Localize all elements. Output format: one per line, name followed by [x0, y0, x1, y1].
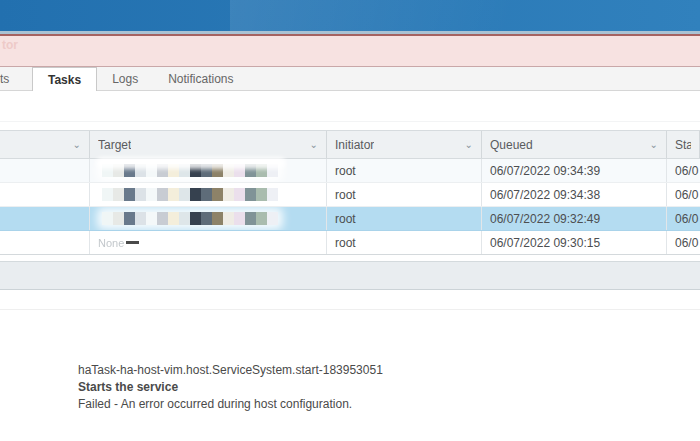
error-banner-faint-text: tor [2, 38, 18, 52]
started-cell: 06/0 [667, 207, 700, 230]
tab-logs[interactable]: Logs [97, 67, 153, 90]
tab-events-truncated[interactable]: ts [0, 67, 14, 90]
table-header-row: ⌄ Target ⌄ Initiator ⌄ Queued ⌄ Start [0, 130, 700, 159]
column-header-target[interactable]: Target ⌄ [90, 131, 327, 158]
target-cell [90, 183, 327, 206]
queued-cell: 06/07/2022 09:30:15 [482, 231, 667, 254]
queued-cell: 06/07/2022 09:32:49 [482, 207, 667, 230]
redacted-target-pixelation [102, 188, 278, 201]
queued-cell: 06/07/2022 09:34:38 [482, 183, 667, 206]
column-header-started-label: Start [675, 138, 691, 152]
table-footer-band [0, 261, 700, 290]
task-details-panel: haTask-ha-host-vim.host.ServiceSystem.st… [78, 362, 383, 413]
task-result-text: Failed - An error occurred during host c… [78, 396, 383, 413]
chevron-down-icon[interactable]: ⌄ [465, 140, 473, 150]
tab-notifications[interactable]: Notifications [153, 67, 248, 90]
column-header-started[interactable]: Start [667, 131, 700, 158]
task-name-cell [0, 207, 90, 230]
started-cell: 06/0 [667, 159, 700, 182]
tab-tasks[interactable]: Tasks [32, 67, 97, 91]
column-header-initiator[interactable]: Initiator ⌄ [327, 131, 482, 158]
chevron-down-icon[interactable]: ⌄ [650, 140, 658, 150]
app-header-bar [0, 0, 700, 31]
redacted-target-pixelation [102, 212, 278, 225]
task-name-cell [0, 231, 90, 254]
task-name-cell [0, 159, 90, 182]
column-header-initiator-label: Initiator [335, 138, 374, 152]
error-banner: tor [0, 36, 700, 67]
column-header-name[interactable]: ⌄ [0, 131, 90, 158]
task-id-text: haTask-ha-host-vim.host.ServiceSystem.st… [78, 362, 383, 379]
redaction-white-smear [96, 157, 286, 169]
target-cell [90, 207, 327, 230]
column-header-target-label: Target [98, 138, 131, 152]
column-header-queued[interactable]: Queued ⌄ [482, 131, 667, 158]
table-row[interactable]: root 06/07/2022 09:34:38 06/0 [0, 183, 700, 207]
target-cell: None [90, 231, 327, 254]
task-name-cell [0, 183, 90, 206]
target-faint-text: None [98, 237, 124, 249]
started-cell: 06/0 [667, 231, 700, 254]
redaction-dash [126, 241, 139, 244]
started-cell: 06/0 [667, 183, 700, 206]
table-row-selected[interactable]: root 06/07/2022 09:32:49 06/0 [0, 207, 700, 231]
initiator-cell: root [327, 231, 482, 254]
initiator-cell: root [327, 207, 482, 230]
esxi-host-client-window: tor ts Tasks Logs Notifications ⌄ Target… [0, 0, 700, 441]
tab-bar: ts Tasks Logs Notifications [0, 67, 700, 91]
toolbar-divider [0, 121, 700, 122]
chevron-down-icon[interactable]: ⌄ [310, 140, 318, 150]
details-panel-divider [0, 309, 700, 310]
queued-cell: 06/07/2022 09:34:39 [482, 159, 667, 182]
initiator-cell: root [327, 183, 482, 206]
table-row[interactable]: None root 06/07/2022 09:30:15 06/0 [0, 231, 700, 255]
initiator-cell: root [327, 159, 482, 182]
task-description-text: Starts the service [78, 379, 383, 396]
chevron-down-icon[interactable]: ⌄ [73, 140, 81, 150]
column-header-queued-label: Queued [490, 138, 533, 152]
tasks-table: ⌄ Target ⌄ Initiator ⌄ Queued ⌄ Start [0, 130, 700, 255]
